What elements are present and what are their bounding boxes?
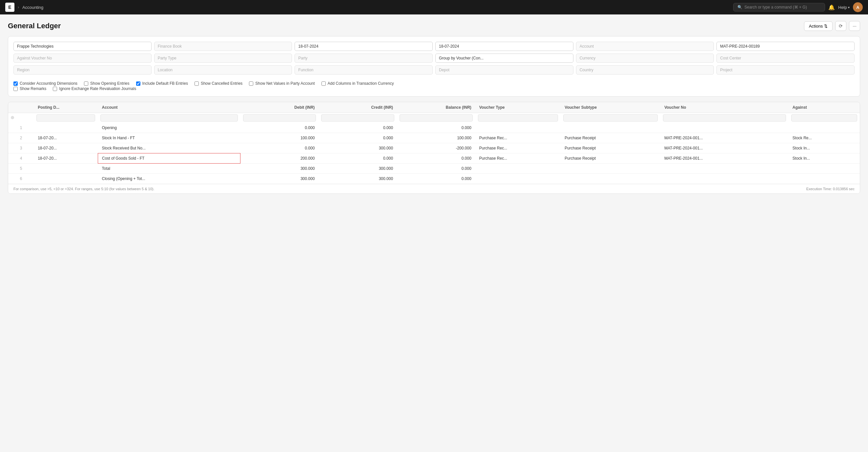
- col-header-voucher-no: Voucher No: [660, 102, 788, 113]
- balance-table-filter[interactable]: [400, 114, 473, 121]
- function-filter[interactable]: [294, 65, 433, 75]
- table-row: 218-07-20...Stock In Hand - FT100.0000.0…: [8, 133, 860, 143]
- filter-row-3: [13, 65, 855, 75]
- cell-voucher_no: [660, 164, 788, 174]
- account-table-filter[interactable]: [100, 114, 238, 121]
- help-menu[interactable]: Help ▾: [838, 5, 849, 10]
- row-selector-dot[interactable]: [11, 116, 14, 119]
- cost-center-filter[interactable]: [716, 54, 855, 63]
- cell-voucher_subtype: Purchase Receipt: [561, 153, 660, 164]
- cell-no: 4: [8, 153, 34, 164]
- checkbox-row: Consider Accounting Dimensions Show Open…: [13, 78, 855, 86]
- posting-date-table-filter[interactable]: [36, 114, 95, 121]
- cell-account: Cost of Goods Sold - FT: [98, 153, 240, 164]
- show-net-values-checkbox[interactable]: Show Net Values in Party Account: [249, 81, 315, 86]
- cell-voucher_no: MAT-PRE-2024-001...: [660, 143, 788, 153]
- cell-balance: 0.000: [397, 123, 475, 133]
- table-row: 5Total300.000300.0000.000: [8, 164, 860, 174]
- cell-voucher_subtype: [561, 123, 660, 133]
- cell-voucher_no: MAT-PRE-2024-001...: [660, 153, 788, 164]
- col-header-against: Against: [788, 102, 860, 113]
- col-header-posting-date: Posting D...: [34, 102, 98, 113]
- cell-credit: 0.000: [318, 133, 397, 143]
- cell-voucher_type: [475, 164, 561, 174]
- voucher-subtype-table-filter[interactable]: [563, 114, 658, 121]
- ignore-exchange-rate-checkbox[interactable]: Ignore Exchange Rate Revaluation Journal…: [53, 86, 136, 91]
- cell-debit: 0.000: [241, 143, 319, 153]
- cell-against: Stock In...: [788, 153, 860, 164]
- checkbox-row-2: Show Remarks Ignore Exchange Rate Revalu…: [13, 86, 855, 91]
- cell-no: 2: [8, 133, 34, 143]
- cell-debit: 0.000: [241, 123, 319, 133]
- account-filter[interactable]: [576, 42, 714, 51]
- show-remarks-checkbox[interactable]: Show Remarks: [13, 86, 46, 91]
- cell-balance: 0.000: [397, 174, 475, 184]
- cell-no: 6: [8, 174, 34, 184]
- location-filter[interactable]: [154, 65, 292, 75]
- voucher-no-table-filter[interactable]: [663, 114, 786, 121]
- company-filter[interactable]: [13, 42, 152, 51]
- show-cancelled-entries-checkbox[interactable]: Show Cancelled Entries: [194, 81, 242, 86]
- cell-posting_date: [34, 123, 98, 133]
- cell-posting_date: 18-07-20...: [34, 143, 98, 153]
- cell-posting_date: [34, 174, 98, 184]
- cell-balance: 0.000: [397, 164, 475, 174]
- voucher-no-filter[interactable]: [716, 42, 855, 51]
- region-filter[interactable]: [13, 65, 152, 75]
- add-columns-transaction-currency-checkbox[interactable]: Add Columns in Transaction Currency: [321, 81, 394, 86]
- party-filter[interactable]: [294, 54, 433, 63]
- refresh-button[interactable]: ⟳: [835, 21, 846, 31]
- from-date-filter[interactable]: [294, 42, 433, 51]
- cell-voucher_type: Purchase Rec...: [475, 143, 561, 153]
- col-header-account: Account: [98, 102, 240, 113]
- currency-filter[interactable]: [576, 54, 714, 63]
- cell-voucher_subtype: Purchase Receipt: [561, 143, 660, 153]
- actions-button[interactable]: Actions ⇅: [804, 21, 833, 31]
- cell-credit: 300.000: [318, 174, 397, 184]
- cell-balance: 0.000: [397, 153, 475, 164]
- col-header-debit: Debit (INR): [241, 102, 319, 113]
- party-type-filter[interactable]: [154, 54, 292, 63]
- module-name[interactable]: Accounting: [22, 5, 43, 10]
- cell-no: 3: [8, 143, 34, 153]
- voucher-type-table-filter[interactable]: [478, 114, 558, 121]
- cell-credit: 0.000: [318, 123, 397, 133]
- avatar[interactable]: A: [853, 2, 863, 12]
- show-opening-entries-checkbox[interactable]: Show Opening Entries: [84, 81, 129, 86]
- cell-voucher_no: [660, 123, 788, 133]
- top-navbar: E › Accounting 🔍 Search or type a comman…: [0, 0, 868, 15]
- more-button[interactable]: ···: [849, 21, 860, 31]
- consider-accounting-dimensions-checkbox[interactable]: Consider Accounting Dimensions: [13, 81, 78, 86]
- table-footer: For comparison, use >5, <10 or =324. For…: [8, 184, 860, 194]
- col-header-voucher-subtype: Voucher Subtype: [561, 102, 660, 113]
- finance-book-filter[interactable]: [154, 42, 292, 51]
- depot-filter[interactable]: [435, 65, 574, 75]
- group-by-filter[interactable]: [435, 54, 574, 63]
- execution-time: Execution Time: 0.013856 sec: [806, 187, 855, 191]
- to-date-filter[interactable]: [435, 42, 574, 51]
- debit-table-filter[interactable]: [243, 114, 316, 121]
- filter-row-2: [13, 54, 855, 63]
- cell-against: [788, 123, 860, 133]
- filter-panel: Consider Accounting Dimensions Show Open…: [8, 36, 860, 96]
- cell-debit: 300.000: [241, 164, 319, 174]
- app-logo[interactable]: E: [5, 3, 14, 12]
- credit-table-filter[interactable]: [321, 114, 394, 121]
- cell-posting_date: 18-07-20...: [34, 153, 98, 164]
- page-header: General Ledger Actions ⇅ ⟳ ···: [8, 21, 860, 31]
- cell-against: [788, 164, 860, 174]
- against-table-filter[interactable]: [791, 114, 857, 121]
- cell-credit: 300.000: [318, 143, 397, 153]
- include-default-fb-entries-checkbox[interactable]: Include Default FB Entries: [136, 81, 188, 86]
- cell-account: Stock Received But No...: [98, 143, 240, 153]
- project-filter[interactable]: [716, 65, 855, 75]
- global-search[interactable]: 🔍 Search or type a command (⌘ + G): [733, 3, 825, 11]
- breadcrumb-chevron: ›: [18, 5, 19, 9]
- notifications-bell[interactable]: 🔔: [828, 4, 835, 10]
- cell-debit: 200.000: [241, 153, 319, 164]
- against-voucher-filter[interactable]: [13, 54, 152, 63]
- country-filter[interactable]: [576, 65, 714, 75]
- cell-credit: 0.000: [318, 153, 397, 164]
- search-placeholder: Search or type a command (⌘ + G): [744, 5, 807, 9]
- col-header-balance: Balance (INR): [397, 102, 475, 113]
